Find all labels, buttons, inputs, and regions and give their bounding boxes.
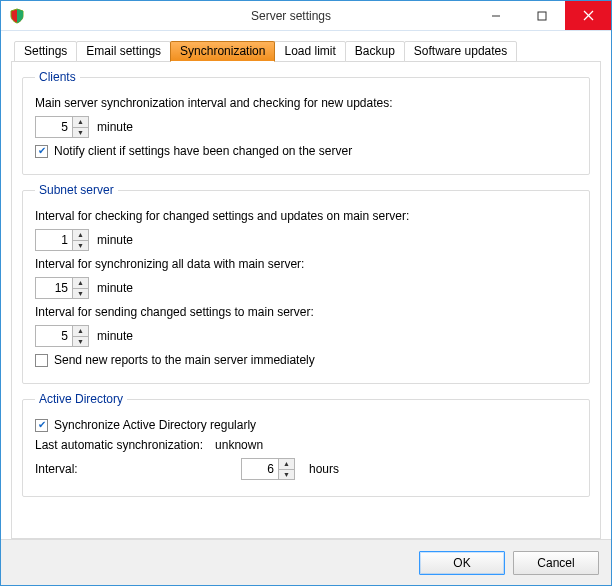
ad-interval-label: Interval: [35, 462, 235, 476]
tab-strip: Settings Email settings Synchronization … [11, 41, 601, 62]
subnet-server-group: Subnet server Interval for checking for … [22, 183, 590, 384]
subnet-check-spin-btns: ▲ ▼ [72, 230, 88, 250]
ad-interval-input[interactable] [242, 459, 278, 479]
subnet-syncall-input[interactable] [36, 278, 72, 298]
spin-up-icon[interactable]: ▲ [73, 117, 88, 128]
clients-interval-spin-btns: ▲ ▼ [72, 117, 88, 137]
send-immediate-label: Send new reports to the main server imme… [54, 353, 315, 367]
clients-interval-input[interactable] [36, 117, 72, 137]
active-directory-group: Active Directory Synchronize Active Dire… [22, 392, 590, 497]
spin-down-icon[interactable]: ▼ [73, 128, 88, 138]
ad-sync-checkbox[interactable] [35, 419, 48, 432]
subnet-syncall-unit: minute [97, 281, 133, 295]
minimize-button[interactable] [473, 1, 519, 30]
clients-interval-spinner[interactable]: ▲ ▼ [35, 116, 89, 138]
spin-up-icon[interactable]: ▲ [73, 326, 88, 337]
tab-backup[interactable]: Backup [345, 41, 405, 62]
subnet-syncall-spin-btns: ▲ ▼ [72, 278, 88, 298]
ad-last-label: Last automatic synchronization: [35, 438, 203, 452]
spin-down-icon[interactable]: ▼ [73, 241, 88, 251]
ad-legend: Active Directory [35, 392, 127, 406]
spin-up-icon[interactable]: ▲ [279, 459, 294, 470]
subnet-check-input[interactable] [36, 230, 72, 250]
spin-down-icon[interactable]: ▼ [73, 289, 88, 299]
clients-interval-unit: minute [97, 120, 133, 134]
spin-down-icon[interactable]: ▼ [279, 470, 294, 480]
server-settings-window: Server settings Settings Email settings … [0, 0, 612, 586]
spin-up-icon[interactable]: ▲ [73, 278, 88, 289]
tab-synchronization[interactable]: Synchronization [170, 41, 275, 62]
tab-load-limit[interactable]: Load limit [274, 41, 345, 62]
window-controls [473, 1, 611, 30]
dialog-footer: OK Cancel [1, 539, 611, 585]
subnet-send-input[interactable] [36, 326, 72, 346]
subnet-syncall-label: Interval for synchronizing all data with… [35, 257, 304, 271]
close-button[interactable] [565, 1, 611, 30]
cancel-button[interactable]: Cancel [513, 551, 599, 575]
subnet-send-spinner[interactable]: ▲ ▼ [35, 325, 89, 347]
titlebar: Server settings [1, 1, 611, 31]
content-area: Settings Email settings Synchronization … [1, 31, 611, 539]
ok-button[interactable]: OK [419, 551, 505, 575]
tab-email-settings[interactable]: Email settings [76, 41, 171, 62]
tab-software-updates[interactable]: Software updates [404, 41, 517, 62]
ad-last-value: unknown [215, 438, 263, 452]
subnet-check-spinner[interactable]: ▲ ▼ [35, 229, 89, 251]
clients-interval-label: Main server synchronization interval and… [35, 96, 393, 110]
subnet-syncall-spinner[interactable]: ▲ ▼ [35, 277, 89, 299]
ad-interval-unit: hours [309, 462, 339, 476]
subnet-send-spin-btns: ▲ ▼ [72, 326, 88, 346]
notify-client-label: Notify client if settings have been chan… [54, 144, 352, 158]
ad-sync-label: Synchronize Active Directory regularly [54, 418, 256, 432]
tab-settings[interactable]: Settings [14, 41, 77, 62]
spin-up-icon[interactable]: ▲ [73, 230, 88, 241]
svg-rect-1 [538, 12, 546, 20]
spin-down-icon[interactable]: ▼ [73, 337, 88, 347]
tab-panel-synchronization: Clients Main server synchronization inte… [11, 61, 601, 539]
clients-group: Clients Main server synchronization inte… [22, 70, 590, 175]
ad-interval-spin-btns: ▲ ▼ [278, 459, 294, 479]
maximize-button[interactable] [519, 1, 565, 30]
send-immediate-checkbox[interactable] [35, 354, 48, 367]
notify-client-checkbox[interactable] [35, 145, 48, 158]
subnet-check-unit: minute [97, 233, 133, 247]
subnet-send-label: Interval for sending changed settings to… [35, 305, 314, 319]
subnet-legend: Subnet server [35, 183, 118, 197]
ad-interval-spinner[interactable]: ▲ ▼ [241, 458, 295, 480]
clients-legend: Clients [35, 70, 80, 84]
subnet-send-unit: minute [97, 329, 133, 343]
subnet-check-label: Interval for checking for changed settin… [35, 209, 409, 223]
